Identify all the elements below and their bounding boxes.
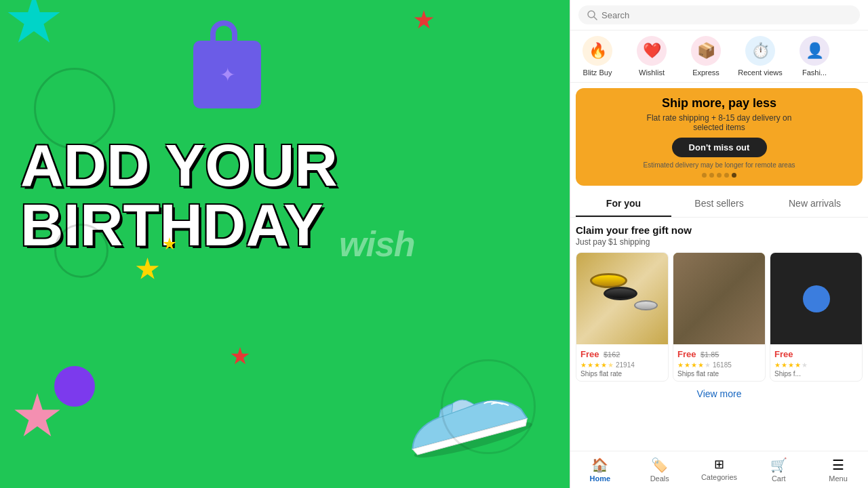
product-info-bracelet: Free $1.85 ★★★★★ 16185 Ships flat rate: [673, 344, 765, 381]
cat-fashion[interactable]: 👤 Fashi...: [787, 36, 842, 77]
deco-circle-2: [54, 224, 108, 278]
price-free-bracelet: Free: [677, 349, 696, 359]
cat-recent-views[interactable]: ⏱️ Recent views: [733, 36, 787, 77]
deco-star-pink: [14, 393, 61, 441]
ships-label-rings: Ships flat rate: [580, 370, 664, 378]
bottom-navigation: 🏠 Home 🏷️ Deals ⊞ Categories 🛒 Cart ☰ Me…: [570, 451, 868, 488]
ships-label-bracelet: Ships flat rate: [677, 370, 761, 378]
ships-label-partial: Ships f...: [774, 370, 858, 378]
deco-circle-3: [441, 359, 536, 454]
banner-cta-button[interactable]: Don't miss out: [672, 138, 767, 157]
cat-express[interactable]: 📦 Express: [679, 36, 733, 77]
wish-logo-bg: wish: [339, 224, 415, 264]
dot-2: [709, 173, 714, 178]
dot-3: [717, 173, 722, 178]
review-count-bracelet: 16185: [713, 361, 732, 369]
cat-wishlist[interactable]: ❤️ Wishlist: [625, 36, 679, 77]
menu-icon: ☰: [832, 457, 844, 473]
nav-cart-label: Cart: [772, 474, 786, 483]
deco-star-red2: [231, 347, 250, 366]
nav-deals-label: Deals: [650, 474, 669, 483]
deco-circle-purple: [54, 366, 95, 407]
price-free-partial: Free: [774, 349, 793, 359]
review-count-rings: 21914: [616, 361, 635, 369]
search-input[interactable]: [601, 10, 852, 20]
price-free-rings: Free: [580, 349, 599, 359]
tab-new-arrivals[interactable]: New arrivals: [767, 191, 863, 217]
deco-star-red: [414, 10, 434, 30]
deco-star-teal: [7, 0, 61, 47]
cat-blitz-buy-label: Blitz Buy: [583, 68, 612, 77]
nav-menu-label: Menu: [829, 474, 848, 483]
nav-categories[interactable]: ⊞ Categories: [690, 451, 749, 488]
categories-icon: ⊞: [714, 457, 724, 472]
svg-line-2: [594, 17, 597, 20]
cat-wishlist-label: Wishlist: [639, 68, 665, 77]
nav-deals[interactable]: 🏷️ Deals: [630, 451, 690, 488]
search-bar: [570, 0, 868, 30]
product-info-rings: Free $162 ★★★★★ 21914 Ships flat rate: [576, 344, 668, 381]
view-more-button[interactable]: View more: [576, 382, 863, 406]
section-title: Claim your free gift now: [576, 224, 863, 236]
left-background: ✦ ADD YOUR BIRTHDAY wish: [0, 0, 570, 488]
banner-note: Estimated delivery may be longer for rem…: [585, 161, 853, 169]
price-orig-bracelet: $1.85: [701, 350, 719, 359]
price-orig-rings: $162: [604, 350, 620, 359]
product-info-partial: Free ★★★★★ Ships f...: [770, 344, 862, 381]
stars-partial: ★★★★★: [774, 361, 858, 369]
section-subtitle: Just pay $1 shipping: [576, 237, 863, 247]
stars-bracelet: ★★★★★ 16185: [677, 361, 761, 369]
products-grid: Free $162 ★★★★★ 21914 Ships flat rate: [576, 252, 863, 382]
dot-1: [702, 173, 707, 178]
deco-star-yellow: [136, 258, 159, 281]
banner-subtitle: Flat rate shipping + 8-15 day delivery o…: [585, 113, 853, 132]
search-icon: [587, 9, 597, 20]
categories-row: 🔥 Blitz Buy ❤️ Wishlist 📦 Express ⏱️ Rec…: [570, 30, 868, 83]
product-tabs: For you Best sellers New arrivals: [570, 191, 868, 218]
dot-4: [724, 173, 729, 178]
cat-express-label: Express: [692, 68, 719, 77]
banner-title: Ship more, pay less: [585, 96, 853, 110]
cat-blitz-buy[interactable]: 🔥 Blitz Buy: [570, 36, 625, 77]
nav-cart[interactable]: 🛒 Cart: [749, 451, 808, 488]
nav-menu[interactable]: ☰ Menu: [808, 451, 868, 488]
product-img-bracelet: [673, 253, 765, 344]
deals-icon: 🏷️: [651, 457, 668, 473]
product-card-bracelet[interactable]: Free $1.85 ★★★★★ 16185 Ships flat rate: [673, 252, 766, 382]
dot-5: [732, 173, 736, 178]
product-img-rings: [576, 253, 668, 344]
cart-icon: 🛒: [770, 457, 787, 473]
cat-fashion-label: Fashi...: [802, 68, 827, 77]
product-img-partial: [770, 253, 862, 344]
tab-for-you[interactable]: For you: [576, 191, 671, 217]
nav-categories-label: Categories: [701, 473, 737, 481]
home-icon: 🏠: [591, 457, 608, 473]
cat-recent-views-label: Recent views: [738, 68, 782, 77]
product-card-partial[interactable]: Free ★★★★★ Ships f...: [770, 252, 863, 382]
products-section: Claim your free gift now Just pay $1 shi…: [570, 218, 868, 451]
banner-dots: [585, 173, 853, 178]
nav-home-label: Home: [590, 474, 611, 483]
deco-shopping-bag: ✦: [190, 20, 264, 108]
product-card-rings[interactable]: Free $162 ★★★★★ 21914 Ships flat rate: [576, 252, 669, 382]
promo-banner: Ship more, pay less Flat rate shipping +…: [576, 88, 863, 186]
tab-best-sellers[interactable]: Best sellers: [671, 191, 767, 217]
nav-home[interactable]: 🏠 Home: [570, 451, 630, 488]
phone-panel: 🔥 Blitz Buy ❤️ Wishlist 📦 Express ⏱️ Rec…: [570, 0, 868, 488]
stars-rings: ★★★★★ 21914: [580, 361, 664, 369]
